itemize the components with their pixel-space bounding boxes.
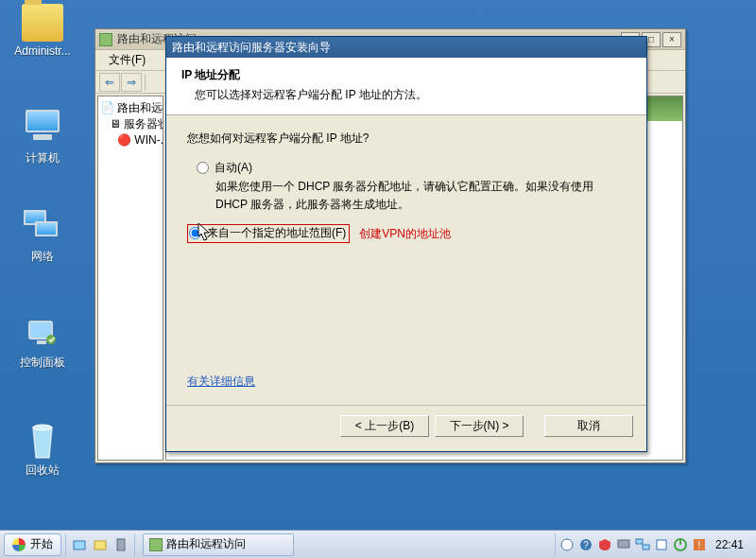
tray-network-icon[interactable] <box>635 537 650 552</box>
desktop-icon-label: 回收站 <box>9 462 76 479</box>
tray-help-icon[interactable]: ? <box>578 537 593 552</box>
next-button[interactable]: 下一步(N) > <box>435 415 524 437</box>
quicklaunch-explorer[interactable] <box>91 535 110 554</box>
svg-rect-11 <box>636 539 643 544</box>
wizard-dialog: 路由和远程访问服务器安装向导 IP 地址分配 您可以选择对远程客户端分配 IP … <box>165 36 647 452</box>
wizard-header-subtitle: 您可以选择对远程客户端分配 IP 地址的方法。 <box>181 83 631 103</box>
radio-range[interactable] <box>189 227 201 239</box>
start-button[interactable]: 开始 <box>4 533 61 556</box>
computer-icon <box>22 110 63 148</box>
svg-rect-5 <box>94 541 106 549</box>
desktop-icon-administr[interactable]: Administr... <box>9 4 76 58</box>
svg-point-3 <box>33 425 52 430</box>
option-range-label: 来自一个指定的地址范围(F) <box>207 225 346 241</box>
svg-rect-12 <box>643 545 649 549</box>
back-button[interactable]: < 上一步(B) <box>340 415 429 437</box>
folder-icon <box>22 4 63 42</box>
wizard-header: IP 地址分配 您可以选择对远程客户端分配 IP 地址的方法。 <box>166 58 646 115</box>
svg-point-2 <box>46 335 56 344</box>
desktop-icon-label: Administr... <box>9 44 76 58</box>
option-auto-desc: 如果您使用一个 DHCP 服务器分配地址，请确认它配置正确。如果没有使用 DHC… <box>215 178 626 213</box>
svg-rect-1 <box>37 340 46 344</box>
tree-root[interactable]: 📄 路由和远程访问 <box>100 100 161 116</box>
clock[interactable]: 22:41 <box>711 538 748 551</box>
task-label: 路由和远程访问 <box>166 536 246 552</box>
desktop-icon-computer[interactable]: 计算机 <box>9 110 76 166</box>
back-button[interactable]: ⇐ <box>99 73 120 92</box>
wizard-titlebar[interactable]: 路由和远程访问服务器安装向导 <box>166 37 646 58</box>
controlpanel-icon <box>22 314 63 352</box>
cancel-button[interactable]: 取消 <box>544 415 633 437</box>
annotation-text: 创建VPN的地址池 <box>359 226 451 242</box>
svg-rect-15 <box>679 539 681 545</box>
desktop-icon-label: 计算机 <box>9 150 76 166</box>
tray-alert-icon[interactable]: ! <box>692 537 707 552</box>
mmc-tree[interactable]: 📄 路由和远程访问 🖥 服务器状态 🔴 WIN-... <box>97 96 163 461</box>
tray-security-icon[interactable] <box>597 537 612 552</box>
wizard-button-bar: < 上一步(B) 下一步(N) > 取消 <box>166 405 646 446</box>
desktop-icon-label: 控制面板 <box>9 355 76 371</box>
option-auto[interactable]: 自动(A) <box>197 160 626 176</box>
quicklaunch-server[interactable] <box>112 535 130 554</box>
svg-rect-4 <box>74 541 85 549</box>
start-label: 开始 <box>30 536 53 552</box>
menu-file[interactable]: 文件(F) <box>101 50 153 70</box>
desktop-icon-network[interactable]: 网络 <box>9 208 76 265</box>
taskbar: 开始 路由和远程访问 ? ! 22:41 <box>0 530 756 558</box>
svg-point-7 <box>561 539 573 550</box>
svg-rect-10 <box>618 540 629 548</box>
svg-rect-6 <box>117 539 125 550</box>
svg-text:!: ! <box>698 540 701 550</box>
radio-auto[interactable] <box>197 162 209 174</box>
tray-device-icon[interactable] <box>654 537 669 552</box>
svg-text:?: ? <box>583 540 589 550</box>
mmc-app-icon <box>99 33 112 46</box>
task-icon <box>149 538 163 551</box>
wizard-header-title: IP 地址分配 <box>181 67 631 83</box>
wizard-content: 您想如何对远程客户端分配 IP 地址? 自动(A) 如果您使用一个 DHCP 服… <box>166 115 646 405</box>
tray-app-icon[interactable] <box>559 537 575 552</box>
tray-power-icon[interactable] <box>673 537 688 552</box>
option-range[interactable]: 来自一个指定的地址范围(F) <box>189 225 346 241</box>
close-button[interactable]: × <box>662 32 681 47</box>
tree-srv[interactable]: 🖥 服务器状态 <box>100 116 161 132</box>
network-icon <box>22 208 63 246</box>
recyclebin-icon <box>22 422 63 460</box>
taskbar-task-rras[interactable]: 路由和远程访问 <box>143 533 294 556</box>
svg-rect-13 <box>657 540 666 549</box>
tray-monitor-icon[interactable] <box>616 537 631 552</box>
desktop-icon-controlpanel[interactable]: 控制面板 <box>9 314 76 371</box>
quicklaunch-showdesktop[interactable] <box>70 535 89 554</box>
wizard-question: 您想如何对远程客户端分配 IP 地址? <box>187 131 626 147</box>
desktop-icon-recyclebin[interactable]: 回收站 <box>9 422 76 479</box>
more-info-link[interactable]: 有关详细信息 <box>187 374 255 390</box>
quicklaunch <box>65 533 135 556</box>
wizard-title: 路由和远程访问服务器安装向导 <box>172 40 331 56</box>
annotation-box: 来自一个指定的地址范围(F) <box>187 224 350 243</box>
system-tray: ? ! 22:41 <box>555 533 752 556</box>
forward-button[interactable]: ⇒ <box>121 73 142 92</box>
start-orb-icon <box>12 538 26 551</box>
tree-win[interactable]: 🔴 WIN-... <box>100 132 161 148</box>
desktop-icon-label: 网络 <box>9 249 76 265</box>
option-auto-label: 自动(A) <box>215 160 252 176</box>
